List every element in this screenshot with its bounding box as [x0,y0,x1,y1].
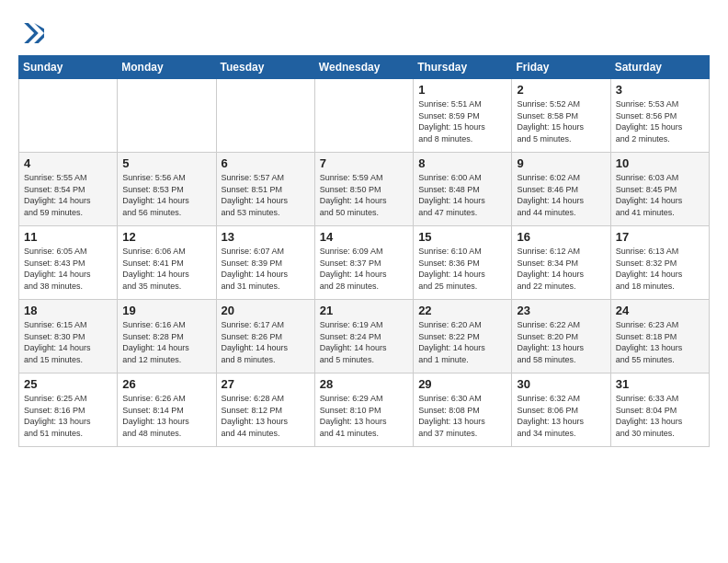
day-number: 14 [320,230,408,244]
calendar-cell: 20Sunrise: 6:17 AM Sunset: 8:26 PM Dayli… [216,300,314,373]
day-info: Sunrise: 6:20 AM Sunset: 8:22 PM Dayligh… [418,319,506,365]
day-info: Sunrise: 6:22 AM Sunset: 8:20 PM Dayligh… [517,319,605,365]
calendar-cell: 17Sunrise: 6:13 AM Sunset: 8:32 PM Dayli… [610,226,709,300]
calendar-cell: 30Sunrise: 6:32 AM Sunset: 8:06 PM Dayli… [512,373,610,447]
calendar-cell: 12Sunrise: 6:06 AM Sunset: 8:41 PM Dayli… [118,226,216,300]
calendar-cell [216,79,314,153]
day-number: 27 [222,377,310,391]
calendar-week-1: 4Sunrise: 5:55 AM Sunset: 8:54 PM Daylig… [19,153,710,226]
calendar-cell: 1Sunrise: 5:51 AM Sunset: 8:59 PM Daylig… [414,79,512,153]
calendar-cell [118,79,216,153]
calendar-cell: 31Sunrise: 6:33 AM Sunset: 8:04 PM Dayli… [610,373,709,447]
day-number: 26 [122,377,210,391]
calendar-cell: 14Sunrise: 6:09 AM Sunset: 8:37 PM Dayli… [314,226,413,300]
day-number: 31 [616,377,704,391]
calendar-header: SundayMondayTuesdayWednesdayThursdayFrid… [19,56,710,79]
day-number: 8 [418,156,506,170]
calendar-cell: 25Sunrise: 6:25 AM Sunset: 8:16 PM Dayli… [19,373,118,447]
day-number: 9 [517,156,605,170]
calendar-cell: 11Sunrise: 6:05 AM Sunset: 8:43 PM Dayli… [19,226,118,300]
header [18,17,710,46]
day-number: 28 [320,377,408,391]
calendar-cell: 22Sunrise: 6:20 AM Sunset: 8:22 PM Dayli… [414,300,512,373]
day-number: 5 [122,156,210,170]
day-number: 7 [320,156,408,170]
day-info: Sunrise: 6:26 AM Sunset: 8:14 PM Dayligh… [122,393,210,439]
calendar-cell: 19Sunrise: 6:16 AM Sunset: 8:28 PM Dayli… [118,300,216,373]
day-info: Sunrise: 6:30 AM Sunset: 8:08 PM Dayligh… [418,393,506,439]
day-info: Sunrise: 6:15 AM Sunset: 8:30 PM Dayligh… [24,319,112,365]
page: SundayMondayTuesdayWednesdayThursdayFrid… [0,0,728,563]
day-number: 20 [222,304,310,317]
day-info: Sunrise: 6:32 AM Sunset: 8:06 PM Dayligh… [517,393,605,439]
calendar-cell: 9Sunrise: 6:02 AM Sunset: 8:46 PM Daylig… [512,153,610,226]
calendar-week-4: 25Sunrise: 6:25 AM Sunset: 8:16 PM Dayli… [19,373,710,447]
weekday-header-row: SundayMondayTuesdayWednesdayThursdayFrid… [19,56,710,79]
day-number: 18 [24,304,112,317]
day-info: Sunrise: 6:25 AM Sunset: 8:16 PM Dayligh… [24,393,112,439]
weekday-header-friday: Friday [512,56,610,79]
calendar-cell [314,79,413,153]
day-number: 1 [418,83,506,97]
calendar-cell: 4Sunrise: 5:55 AM Sunset: 8:54 PM Daylig… [19,153,118,226]
day-info: Sunrise: 6:10 AM Sunset: 8:36 PM Dayligh… [418,246,506,292]
calendar-cell: 18Sunrise: 6:15 AM Sunset: 8:30 PM Dayli… [19,300,118,373]
calendar-cell: 24Sunrise: 6:23 AM Sunset: 8:18 PM Dayli… [610,300,709,373]
calendar-cell: 27Sunrise: 6:28 AM Sunset: 8:12 PM Dayli… [216,373,314,447]
day-number: 4 [24,156,112,170]
weekday-header-tuesday: Tuesday [216,56,314,79]
day-number: 13 [222,230,310,244]
day-info: Sunrise: 6:28 AM Sunset: 8:12 PM Dayligh… [222,393,310,439]
calendar-cell: 3Sunrise: 5:53 AM Sunset: 8:56 PM Daylig… [610,79,709,153]
day-number: 29 [418,377,506,391]
calendar-cell: 5Sunrise: 5:56 AM Sunset: 8:53 PM Daylig… [118,153,216,226]
calendar-week-2: 11Sunrise: 6:05 AM Sunset: 8:43 PM Dayli… [19,226,710,300]
day-info: Sunrise: 6:00 AM Sunset: 8:48 PM Dayligh… [418,172,506,218]
weekday-header-wednesday: Wednesday [314,56,413,79]
day-number: 30 [517,377,605,391]
calendar-cell: 15Sunrise: 6:10 AM Sunset: 8:36 PM Dayli… [414,226,512,300]
day-number: 12 [122,230,210,244]
calendar-cell: 10Sunrise: 6:03 AM Sunset: 8:45 PM Dayli… [610,153,709,226]
day-info: Sunrise: 6:29 AM Sunset: 8:10 PM Dayligh… [320,393,408,439]
day-number: 24 [616,304,704,317]
calendar-cell: 26Sunrise: 6:26 AM Sunset: 8:14 PM Dayli… [118,373,216,447]
logo-icon [18,20,44,46]
svg-marker-1 [24,23,39,43]
weekday-header-thursday: Thursday [414,56,512,79]
day-number: 17 [616,230,704,244]
calendar-cell: 16Sunrise: 6:12 AM Sunset: 8:34 PM Dayli… [512,226,610,300]
weekday-header-sunday: Sunday [19,56,118,79]
day-info: Sunrise: 5:57 AM Sunset: 8:51 PM Dayligh… [222,172,310,218]
day-number: 2 [517,83,605,97]
day-number: 10 [616,156,704,170]
calendar-cell: 7Sunrise: 5:59 AM Sunset: 8:50 PM Daylig… [314,153,413,226]
calendar-week-0: 1Sunrise: 5:51 AM Sunset: 8:59 PM Daylig… [19,79,710,153]
day-info: Sunrise: 6:12 AM Sunset: 8:34 PM Dayligh… [517,246,605,292]
day-info: Sunrise: 6:23 AM Sunset: 8:18 PM Dayligh… [616,319,704,365]
day-number: 19 [122,304,210,317]
weekday-header-saturday: Saturday [610,56,709,79]
day-info: Sunrise: 6:19 AM Sunset: 8:24 PM Dayligh… [320,319,408,365]
day-number: 21 [320,304,408,317]
day-info: Sunrise: 6:17 AM Sunset: 8:26 PM Dayligh… [222,319,310,365]
day-info: Sunrise: 5:52 AM Sunset: 8:58 PM Dayligh… [517,98,605,144]
day-info: Sunrise: 6:07 AM Sunset: 8:39 PM Dayligh… [222,246,310,292]
calendar-cell: 23Sunrise: 6:22 AM Sunset: 8:20 PM Dayli… [512,300,610,373]
weekday-header-monday: Monday [118,56,216,79]
calendar-week-3: 18Sunrise: 6:15 AM Sunset: 8:30 PM Dayli… [19,300,710,373]
calendar-cell: 21Sunrise: 6:19 AM Sunset: 8:24 PM Dayli… [314,300,413,373]
day-info: Sunrise: 5:56 AM Sunset: 8:53 PM Dayligh… [122,172,210,218]
day-info: Sunrise: 6:02 AM Sunset: 8:46 PM Dayligh… [517,172,605,218]
day-number: 16 [517,230,605,244]
calendar-table: SundayMondayTuesdayWednesdayThursdayFrid… [18,55,710,447]
day-number: 6 [222,156,310,170]
day-info: Sunrise: 6:33 AM Sunset: 8:04 PM Dayligh… [616,393,704,439]
calendar-cell: 28Sunrise: 6:29 AM Sunset: 8:10 PM Dayli… [314,373,413,447]
day-number: 22 [418,304,506,317]
calendar-cell: 6Sunrise: 5:57 AM Sunset: 8:51 PM Daylig… [216,153,314,226]
calendar-cell: 29Sunrise: 6:30 AM Sunset: 8:08 PM Dayli… [414,373,512,447]
day-number: 25 [24,377,112,391]
day-info: Sunrise: 5:59 AM Sunset: 8:50 PM Dayligh… [320,172,408,218]
day-info: Sunrise: 6:03 AM Sunset: 8:45 PM Dayligh… [616,172,704,218]
